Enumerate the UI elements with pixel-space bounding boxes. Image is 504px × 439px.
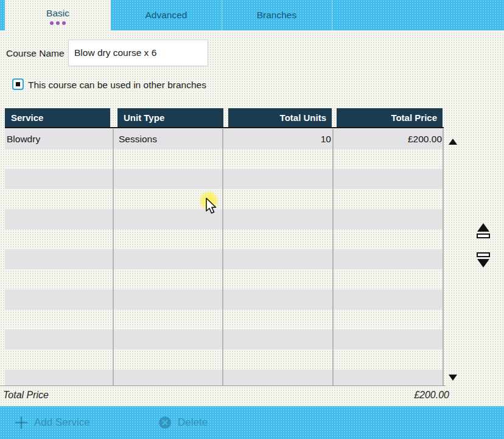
table-cell: [113, 370, 227, 385]
table-bottom-border: [0, 385, 446, 386]
branches-checkbox[interactable]: [12, 78, 24, 90]
table-cell: [334, 229, 444, 249]
tab-divider: [222, 0, 222, 30]
table-cell: [334, 249, 444, 269]
table-cell: [113, 269, 227, 289]
column-header-service[interactable]: Service: [5, 108, 110, 127]
scroll-up-button[interactable]: [448, 137, 458, 144]
delete-button: Delete: [158, 406, 208, 439]
table-row: [5, 350, 444, 370]
table-body: BlowdrySessions10£200.00: [5, 129, 444, 385]
table-row: [5, 149, 444, 169]
table-cell: [223, 169, 334, 189]
active-tab-dots-icon: [50, 21, 66, 25]
table-row: [5, 309, 444, 330]
table-cell: [334, 289, 444, 309]
course-editor-window: Basic Advanced Branches Course Name This…: [0, 0, 504, 439]
scroll-down-icon: [448, 374, 458, 381]
table-cell: [334, 269, 444, 289]
scroll-up-icon: [448, 138, 458, 145]
table-cell: [334, 350, 444, 370]
table-cell: [5, 309, 113, 330]
eject-down-icon: [475, 251, 491, 268]
table-cell: [223, 289, 334, 309]
table-cell: [334, 209, 444, 229]
table-cell: [113, 209, 227, 229]
table-row: [5, 209, 444, 229]
scroll-to-top-button[interactable]: [475, 223, 491, 240]
tab-branches[interactable]: Branches: [222, 0, 332, 30]
eject-up-icon: [475, 223, 491, 240]
table-cell: [223, 249, 334, 269]
tab-advanced[interactable]: Advanced: [111, 0, 222, 30]
table-cell[interactable]: £200.00: [334, 129, 444, 149]
total-price-value: £200.00: [414, 390, 449, 401]
column-separator: [222, 129, 223, 386]
footer-toolbar: Add Service Edit Delete Close: [0, 406, 504, 439]
tab-divider: [332, 0, 332, 30]
table-cell: [5, 189, 113, 209]
tab-basic-label: Basic: [46, 8, 69, 19]
table-cell: [5, 149, 113, 169]
table-cell: [223, 309, 334, 330]
table-cell: [334, 309, 444, 330]
table-cell: [113, 309, 227, 330]
table-cell: [5, 330, 113, 350]
table-cell: [223, 229, 334, 249]
tab-advanced-label: Advanced: [145, 10, 187, 21]
delete-button-label: Delete: [178, 417, 208, 429]
plus-icon: [15, 416, 28, 429]
table-cell: [334, 169, 444, 189]
table-cell: [113, 330, 227, 350]
table-row: [5, 249, 444, 269]
course-name-label: Course Name: [6, 48, 65, 59]
column-header-total-units[interactable]: Total Units: [228, 108, 332, 127]
scroll-to-bottom-button[interactable]: [475, 251, 491, 268]
table-cell: [5, 269, 113, 289]
table-header-border: [5, 127, 444, 128]
total-price-label: Total Price: [3, 390, 49, 401]
table-cell: [223, 330, 334, 350]
table-row: [5, 370, 444, 385]
table-row: [5, 330, 444, 350]
tab-basic[interactable]: Basic: [5, 0, 111, 30]
table-cell: [223, 209, 334, 229]
table-cell: [223, 269, 334, 289]
column-separator: [113, 129, 114, 386]
table-row: [5, 189, 444, 209]
table-cell: [5, 209, 113, 229]
table-row[interactable]: BlowdrySessions10£200.00: [5, 129, 444, 149]
table-cell: [5, 370, 113, 385]
delete-circle-x-icon: [158, 416, 172, 429]
column-separator: [332, 129, 334, 386]
scroll-down-button[interactable]: [448, 373, 458, 380]
table-cell: [113, 229, 227, 249]
column-separator: [443, 129, 444, 386]
table-cell: [113, 249, 227, 269]
add-service-button: Add Service: [15, 406, 90, 439]
course-name-input[interactable]: [68, 40, 208, 66]
column-header-total-price[interactable]: Total Price: [337, 108, 443, 127]
table-row: [5, 169, 444, 189]
table-cell: [223, 189, 334, 209]
table-cell: [223, 149, 334, 169]
add-service-label: Add Service: [34, 417, 90, 429]
table-cell: [113, 189, 227, 209]
table-row: [5, 289, 444, 309]
table-cell: [113, 149, 227, 169]
table-row: [5, 229, 444, 249]
tab-bar: Basic Advanced Branches: [0, 0, 504, 30]
table-cell: [5, 229, 113, 249]
table-cell: [5, 169, 113, 189]
table-cell: [223, 370, 334, 385]
table-cell: [334, 330, 444, 350]
table-cell[interactable]: Blowdry: [5, 129, 113, 149]
column-header-unit-type[interactable]: Unit Type: [117, 108, 223, 127]
table-row: [5, 269, 444, 289]
table-cell: [5, 350, 113, 370]
table-cell: [5, 249, 113, 269]
table-cell[interactable]: Sessions: [113, 129, 227, 149]
table-cell: [113, 350, 227, 370]
table-cell: [334, 149, 444, 169]
table-cell[interactable]: 10: [223, 129, 334, 149]
